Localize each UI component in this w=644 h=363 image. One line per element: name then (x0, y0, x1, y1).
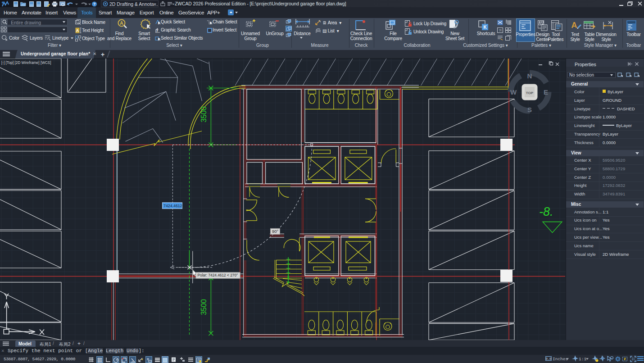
svg-text:E: E (544, 88, 548, 96)
svg-text:T: T (156, 28, 159, 33)
svg-text:A: A (76, 28, 79, 33)
svg-text:Polar: 7424.4612 < 270°: Polar: 7424.4612 < 270° (198, 273, 238, 277)
svg-text:A: A (571, 21, 577, 30)
svg-text:K: K (483, 25, 487, 30)
svg-text:N: N (527, 72, 532, 80)
svg-text:TOP: TOP (526, 91, 534, 95)
svg-text:0.0: 0.0 (546, 357, 552, 361)
svg-text:3500: 3500 (200, 299, 208, 315)
svg-text:S: S (527, 106, 532, 113)
svg-text:7424.4612: 7424.4612 (163, 204, 182, 208)
svg-text:?: ? (93, 2, 95, 6)
svg-text:90°: 90° (272, 229, 279, 234)
svg-text:A: A (120, 20, 123, 26)
svg-text:[-] [Top] [2D Wireframe] [WCS]: [-] [Top] [2D Wireframe] [WCS] (1, 61, 51, 65)
svg-text:-8.: -8. (539, 205, 553, 218)
svg-text:3500: 3500 (200, 106, 208, 123)
svg-text:?!: ?! (499, 28, 502, 32)
svg-text:W: W (510, 88, 517, 96)
